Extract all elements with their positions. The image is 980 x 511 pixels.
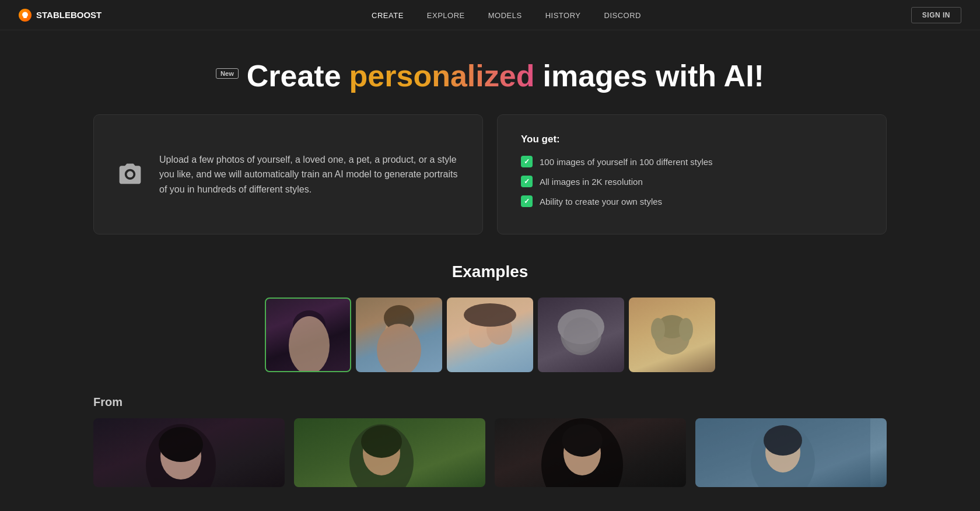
thumb-image-2 [356,298,442,372]
svg-point-19 [159,427,203,462]
hero-title-after: images with AI! [542,58,764,93]
nav-link-history[interactable]: HISTORY [545,11,581,20]
navbar: STABLEBOOST CREATE EXPLORE MODELS HISTOR… [0,0,980,30]
benefits-card: You get: ✓ 100 images of yourself in 100… [497,114,887,235]
example-thumb-3[interactable] [447,298,533,372]
examples-title: Examples [93,262,887,281]
sign-in-button[interactable]: SIGN IN [911,7,961,23]
from-card-3 [495,418,686,487]
example-thumb-2[interactable] [356,298,442,372]
nav-item-models[interactable]: MODELS [488,10,522,20]
check-icon-3: ✓ [521,195,533,207]
from-card-4 [695,418,887,487]
camera-icon [117,160,143,188]
example-thumb-5[interactable] [629,298,715,372]
benefit-text-3: Ability to create your own styles [540,197,662,206]
nav-item-create[interactable]: CREATE [372,10,404,20]
logo[interactable]: STABLEBOOST [19,9,102,22]
benefit-text-1: 100 images of yourself in 100 different … [540,157,713,167]
nav-item-explore[interactable]: EXPLORE [427,10,465,20]
nav-links: CREATE EXPLORE MODELS HISTORY DISCORD [372,10,641,20]
nav-link-models[interactable]: MODELS [488,11,522,20]
thumb-image-4 [538,298,624,372]
nav-link-discord[interactable]: DISCORD [604,11,641,20]
examples-thumbnails [93,298,887,372]
benefit-text-2: All images in 2K resolution [540,177,643,187]
svg-point-29 [764,425,802,456]
from-section: From [93,396,887,499]
check-icon-2: ✓ [521,176,533,187]
examples-section: Examples [93,262,887,372]
svg-point-22 [361,425,402,458]
hero-title: New Create personalized images with AI! [93,58,887,93]
svg-point-16 [679,318,693,341]
upload-card: Upload a few photos of yourself, a loved… [93,114,483,235]
new-badge: New [216,68,239,79]
thumb-image-3 [447,298,533,372]
svg-point-25 [562,424,603,457]
nav-link-create[interactable]: CREATE [372,11,404,20]
svg-point-12 [564,317,598,352]
nav-item-discord[interactable]: DISCORD [604,10,641,20]
benefit-item-1: ✓ 100 images of yourself in 100 differen… [521,156,863,167]
benefit-item-2: ✓ All images in 2K resolution [521,176,863,187]
benefits-title: You get: [521,134,863,145]
logo-text: STABLEBOOST [36,10,102,20]
nav-link-explore[interactable]: EXPLORE [427,11,465,20]
hero-title-highlight: personalized [349,58,535,93]
benefit-item-3: ✓ Ability to create your own styles [521,195,863,207]
upload-description: Upload a few photos of yourself, a loved… [159,152,459,197]
svg-point-0 [127,171,134,177]
feature-row: Upload a few photos of yourself, a loved… [93,114,887,235]
hero-title-before: Create [247,58,341,93]
from-grid [93,418,887,487]
example-thumb-1[interactable] [265,298,351,372]
logo-icon [19,9,32,22]
from-title: From [93,396,887,409]
svg-point-9 [464,303,516,327]
nav-item-history[interactable]: HISTORY [545,10,581,20]
main-content: New Create personalized images with AI! … [0,30,980,511]
svg-point-15 [651,318,665,341]
from-card-2 [294,418,485,487]
check-icon-1: ✓ [521,156,533,167]
from-card-1 [93,418,285,487]
thumb-image-5 [629,298,715,372]
example-thumb-4[interactable] [538,298,624,372]
svg-point-6 [377,324,421,372]
thumb-image-1 [266,299,350,371]
